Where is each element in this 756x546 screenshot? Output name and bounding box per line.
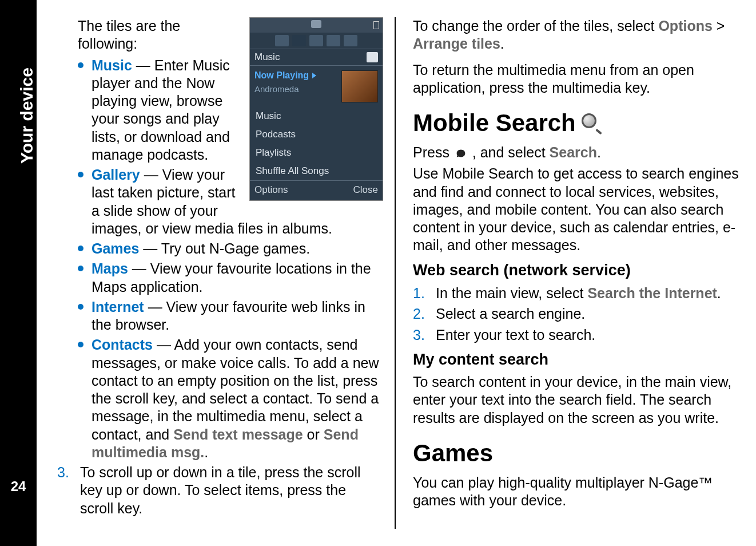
- arrange-tiles-label: Arrange tiles: [413, 35, 500, 52]
- search-label: Search: [550, 144, 597, 160]
- tile-label: Music: [91, 57, 132, 73]
- tile-icon: [275, 35, 289, 46]
- list-item-gallery: Gallery — View your last taken picture, …: [78, 166, 383, 238]
- text: .: [597, 144, 601, 160]
- text: , and select: [468, 144, 550, 160]
- send-text-label: Send text message: [173, 426, 303, 442]
- scroll-step-list: To scroll up or down in a tile, press th…: [57, 464, 383, 517]
- signal-icon: [253, 21, 261, 29]
- or-text: or: [303, 426, 324, 442]
- web-step-1: In the main view, select Search the Inte…: [413, 284, 739, 303]
- return-para: To return the multimedia menu from an op…: [413, 61, 739, 97]
- tile-list: Music — Enter Music player and the Now p…: [78, 57, 383, 462]
- sidebar: Your device 24: [0, 0, 37, 546]
- web-step-2: Select a search engine.: [413, 304, 739, 323]
- battery-icon: [373, 21, 379, 29]
- tile-label: Gallery: [91, 167, 140, 183]
- tile-label: Maps: [91, 260, 128, 276]
- home-key-icon: [455, 146, 467, 159]
- text: To change the order of the tiles, select: [413, 18, 658, 34]
- text: In the main view, select: [436, 285, 587, 301]
- right-column: To change the order of the tiles, select…: [396, 17, 739, 529]
- options-label: Options: [658, 18, 712, 34]
- tile-label: Internet: [91, 299, 144, 315]
- tile-icon: [292, 35, 306, 46]
- tile-icon: [309, 35, 323, 46]
- section-title: Your device: [17, 68, 37, 164]
- list-item-maps: Maps — View your favourite locations in …: [78, 260, 383, 296]
- period: .: [204, 444, 208, 460]
- mobile-search-para: Use Mobile Search to get access to searc…: [413, 165, 739, 254]
- tile-desc: — Try out N-Gage games.: [139, 240, 310, 256]
- tile-label: Games: [91, 240, 139, 256]
- press-search-para: Press , and select Search.: [413, 144, 739, 161]
- step-3: To scroll up or down in a tile, press th…: [57, 464, 383, 517]
- list-item-music: Music — Enter Music player and the Now p…: [78, 57, 383, 164]
- heading-text: Mobile Search: [413, 109, 576, 137]
- list-item-internet: Internet — View your favourite web links…: [78, 298, 383, 334]
- web-search-steps: In the main view, select Search the Inte…: [413, 284, 739, 345]
- mobile-search-heading: Mobile Search: [413, 109, 739, 137]
- text: Press: [413, 144, 453, 160]
- my-content-heading: My content search: [413, 351, 739, 369]
- search-internet-label: Search the Internet: [587, 285, 717, 301]
- games-heading: Games: [413, 440, 739, 467]
- web-step-3: Enter your text to search.: [413, 326, 739, 345]
- search-globe-icon: [582, 113, 601, 133]
- arrange-tiles-para: To change the order of the tiles, select…: [413, 17, 739, 53]
- left-column: Music Now Playing Andromeda: [57, 17, 396, 529]
- my-content-para: To search content in your device, in the…: [413, 373, 739, 427]
- games-para: You can play high-quality multiplayer N-…: [413, 474, 739, 510]
- page-number: 24: [0, 478, 37, 494]
- heading-text: Games: [413, 440, 493, 467]
- fig-tile-bar: [250, 33, 383, 49]
- camera-icon: [311, 20, 321, 28]
- list-item-contacts: Contacts — Add your own contacts, send m…: [78, 336, 383, 461]
- page-content: Music Now Playing Andromeda: [37, 0, 756, 546]
- tile-icon: [344, 35, 357, 46]
- list-item-games: Games — Try out N-Gage games.: [78, 240, 383, 258]
- text: .: [717, 285, 721, 301]
- fig-status-bar: [250, 18, 383, 33]
- tile-desc: — View your favourite locations in the M…: [91, 260, 371, 294]
- tile-label: Contacts: [91, 337, 153, 353]
- tile-icon: [327, 35, 340, 46]
- text: .: [500, 35, 504, 52]
- text: >: [713, 18, 725, 34]
- web-search-heading: Web search (network service): [413, 262, 739, 279]
